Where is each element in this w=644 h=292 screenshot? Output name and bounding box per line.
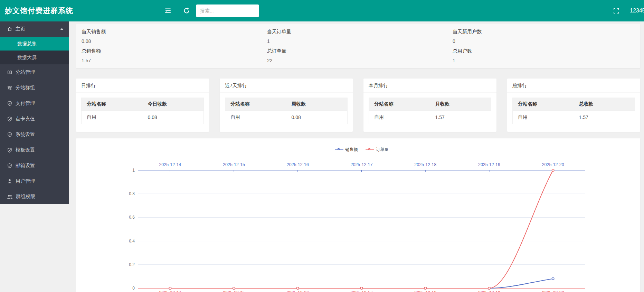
table-cell: 自用 (225, 111, 286, 124)
ranking-card-title: 总排行 (507, 79, 640, 93)
ranking-card-body: 分站名称周收款自用0.08 (220, 93, 353, 129)
sidebar-item-label: 用户管理 (16, 178, 35, 184)
table-row: 自用0.08 (82, 111, 204, 124)
x-axis-top-ticks (170, 170, 553, 172)
stat-label: 当天新用户数 (453, 28, 635, 35)
ranking-column-header: 分站名称 (369, 98, 430, 111)
series-line (170, 170, 553, 288)
ranking-column-header: 月收款 (430, 98, 491, 111)
ranking-table-header-row: 分站名称今日收款 (82, 98, 204, 111)
shield-check-icon (7, 163, 12, 168)
data-point-marker (233, 287, 235, 289)
sidebar-item-label: 主页 (16, 26, 25, 32)
stat-label: 总销售额 (82, 48, 264, 54)
sidebar-subitem-1[interactable]: 数据总览 (0, 37, 69, 51)
stats-panel: 当天销售额0.08当天订单量1当天新用户数0总销售额1.57总订单量22总用户数… (76, 24, 640, 68)
sidebar-item-label: 群组权限 (16, 194, 35, 200)
x-tick-label-bottom: 2025-12-14 (159, 290, 181, 292)
x-tick-label-top: 2025-12-18 (414, 162, 436, 167)
stat-label: 总订单量 (267, 48, 449, 54)
sidebar-menu: 分站管理分站群组支付管理点卡充值系统设置模板设置邮箱设置用户管理群组权限 (0, 64, 69, 204)
data-point-marker (424, 287, 426, 289)
y-axis-labels: 00.20.40.60.81 (129, 168, 135, 291)
refresh-button[interactable] (182, 6, 191, 16)
sidebar-item-6[interactable]: 模板设置 (0, 142, 69, 158)
stat-value: 1 (267, 38, 449, 44)
table-cell: 1.57 (574, 111, 635, 124)
chart-gridlines (138, 194, 585, 265)
sidebar-item-label: 点卡充值 (16, 116, 35, 122)
fullscreen-button[interactable] (612, 6, 621, 16)
ranking-card-3: 本月排行分站名称月收款自用1.57 (363, 79, 496, 132)
data-point-marker (169, 287, 171, 289)
table-cell: 自用 (369, 111, 430, 124)
sidebar: 主页 数据总览数据大屏 分站管理分站群组支付管理点卡充值系统设置模板设置邮箱设置… (0, 21, 69, 204)
stat-value: 22 (267, 57, 449, 64)
sidebar-item-label: 模板设置 (16, 147, 35, 153)
sidebar-item-8[interactable]: 用户管理 (0, 173, 69, 189)
x-tick-label-top: 2025-12-16 (287, 162, 309, 167)
sales-orders-line-chart: 00.20.40.60.812025-12-142025-12-152025-1… (76, 138, 640, 292)
users-icon (7, 194, 13, 200)
table-cell: 自用 (513, 111, 574, 124)
sidebar-item-9[interactable]: 群组权限 (0, 189, 69, 204)
table-cell: 0.08 (286, 111, 348, 124)
sidebar-item-5[interactable]: 系统设置 (0, 127, 69, 142)
y-tick-label: 0.4 (129, 239, 135, 244)
series-line (170, 279, 553, 288)
y-tick-label: 0.8 (129, 191, 135, 196)
stat-label: 当天订单量 (267, 28, 449, 35)
x-tick-label-bottom: 2025-12-16 (287, 290, 309, 292)
sidebar-subitem-2[interactable]: 数据大屏 (0, 51, 69, 64)
ranking-card-body: 分站名称总收款自用1.57 (507, 93, 640, 129)
ranking-card-title: 本月排行 (363, 79, 496, 93)
sidebar-item-7[interactable]: 邮箱设置 (0, 158, 69, 173)
ranking-column-header: 分站名称 (225, 98, 286, 111)
x-tick-label-bottom: 2025-12-15 (223, 290, 245, 292)
sidebar-item-3[interactable]: 支付管理 (0, 95, 69, 111)
search-input[interactable] (196, 4, 259, 17)
x-tick-label-bottom: 2025-12-20 (542, 290, 564, 292)
sidebar-item-home[interactable]: 主页 (0, 21, 69, 37)
ranking-table: 分站名称总收款自用1.57 (512, 98, 635, 124)
data-point-marker (488, 287, 490, 289)
y-tick-label: 0 (132, 286, 135, 291)
stat-value: 0.08 (82, 38, 264, 44)
ranking-card-1: 日排行分站名称今日收款自用0.08 (76, 79, 209, 132)
table-row: 自用1.57 (369, 111, 491, 124)
sidebar-item-label: 邮箱设置 (16, 163, 35, 169)
columns-icon (7, 70, 12, 75)
stat-4: 总销售额1.57 (82, 48, 264, 67)
x-tick-label-top: 2025-12-14 (159, 162, 181, 167)
username[interactable]: 12345 (630, 0, 644, 21)
sidebar-item-1[interactable]: 分站管理 (0, 64, 69, 80)
stat-2: 当天订单量1 (267, 28, 449, 48)
chart-card: 销售额订单量 00.20.40.60.812025-12-142025-12-1… (76, 138, 640, 292)
x-tick-label-bottom: 2025-12-19 (478, 290, 500, 292)
table-cell: 自用 (82, 111, 143, 124)
table-row: 自用1.57 (513, 111, 635, 124)
sidebar-item-label: 分站群组 (16, 85, 35, 91)
shield-check-icon (7, 147, 12, 153)
ranking-column-header: 周收款 (286, 98, 348, 111)
ranking-table-header-row: 分站名称总收款 (513, 98, 635, 111)
x-tick-label-bottom: 2025-12-18 (414, 290, 436, 292)
ranking-column-header: 分站名称 (82, 98, 143, 111)
stat-label: 总用户数 (453, 48, 635, 54)
x-tick-label-top: 2025-12-17 (351, 162, 373, 167)
collapse-sidebar-button[interactable] (163, 6, 173, 16)
sidebar-item-2[interactable]: 分站群组 (0, 80, 69, 95)
ranking-card-2: 近7天排行分站名称周收款自用0.08 (220, 79, 353, 132)
y-tick-label: 1 (132, 168, 135, 173)
ranking-card-title: 近7天排行 (220, 79, 353, 93)
ranking-table: 分站名称月收款自用1.57 (369, 98, 491, 124)
sidebar-item-4[interactable]: 点卡充值 (0, 111, 69, 127)
app-title: 妙文馆付费进群系统 (5, 0, 73, 21)
stat-3: 当天新用户数0 (453, 28, 635, 48)
ranking-table-header-row: 分站名称月收款 (369, 98, 491, 111)
ranking-card-title: 日排行 (76, 79, 209, 93)
ranking-card-body: 分站名称月收款自用1.57 (363, 93, 496, 129)
home-icon (7, 26, 12, 32)
x-axis-bottom-labels: 2025-12-142025-12-152025-12-162025-12-17… (159, 290, 564, 292)
y-tick-label: 0.6 (129, 215, 135, 220)
